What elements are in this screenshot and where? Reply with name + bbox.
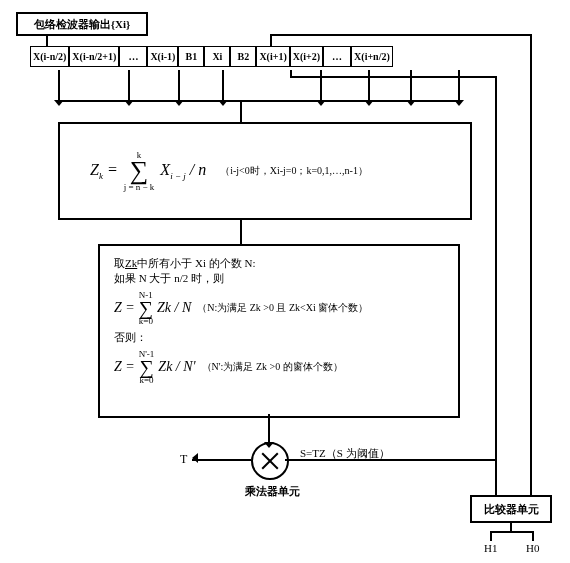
cell-ellipsis: … (119, 46, 147, 67)
h0-line (532, 531, 534, 541)
multiplier-label: 乘法器单元 (245, 484, 300, 499)
xi-top-line (270, 34, 530, 36)
t-input-label: T (180, 452, 187, 467)
arrow (458, 70, 460, 100)
formula-z-nprime: Z = N'-1 ∑ k=0 Zk / N' （N':为满足 Zk >0 的窗体… (114, 349, 444, 385)
formula-z-n: Z = N-1 ∑ k=0 Zk / N （N:为满足 Zk >0 且 Zk<X… (114, 290, 444, 326)
arrow (222, 70, 224, 100)
sigma-lower: j = n − k (124, 182, 155, 192)
arrow (495, 459, 497, 495)
arrow (530, 459, 532, 495)
cell: B1 (178, 46, 204, 67)
envelope-detector-output: 包络检波器输出{Xi} (16, 12, 148, 36)
zk-rhs: Xi − j / n (160, 161, 206, 181)
arrow (240, 218, 242, 244)
cell: X(i-n/2) (30, 46, 69, 67)
multiplier-icon (251, 442, 289, 480)
s-right-line (495, 76, 497, 459)
cell: X(i+1) (256, 46, 289, 67)
t-line (192, 459, 251, 461)
cell: B2 (230, 46, 256, 67)
zk-lhs: Zk = (90, 161, 118, 181)
line3: 否则： (114, 330, 444, 345)
arrow (128, 70, 130, 100)
cell-xi: Xi (204, 46, 230, 67)
arrow (368, 70, 370, 100)
zk-condition: （i-j<0时，Xi-j=0；k=0,1,…,n-1） (220, 164, 368, 178)
connector (46, 34, 48, 46)
arrow (320, 70, 322, 100)
arrow (178, 70, 180, 100)
cell: X(i-1) (147, 46, 178, 67)
sigma-icon: ∑ (130, 160, 149, 182)
h1-label: H1 (484, 542, 497, 554)
sample-window-row: X(i-n/2) X(i-n/2+1) … X(i-1) B1 Xi B2 X(… (30, 46, 393, 67)
comparator-unit: 比较器单元 (470, 495, 552, 523)
bus-line (58, 100, 458, 102)
b2-line (290, 76, 495, 78)
line2: 如果 N 大于 n/2 时，则 (114, 271, 444, 286)
arrow (240, 100, 242, 122)
cell: X(i-n/2+1) (69, 46, 119, 67)
h0-label: H0 (526, 542, 539, 554)
comp-split (490, 531, 532, 533)
h1-line (490, 531, 492, 541)
line1: 取Zk中所有小于 Xi 的个数 N: (114, 256, 444, 271)
cell: X(i+n/2) (351, 46, 393, 67)
arrow (58, 70, 60, 100)
z-selection-box: 取Zk中所有小于 Xi 的个数 N: 如果 N 大于 n/2 时，则 Z = N… (98, 244, 460, 418)
arrow (268, 414, 270, 442)
cell: X(i+2) (290, 46, 323, 67)
xi-right-line (530, 34, 532, 502)
zk-formula-box: Zk = k ∑ j = n − k Xi − j / n （i-j<0时，Xi… (58, 122, 472, 220)
arrow (410, 70, 412, 100)
t-arrowhead (192, 453, 198, 463)
comp-out (510, 521, 512, 531)
s-output-label: S=TZ（S 为阈值） (300, 446, 390, 461)
cell-ellipsis: … (323, 46, 351, 67)
